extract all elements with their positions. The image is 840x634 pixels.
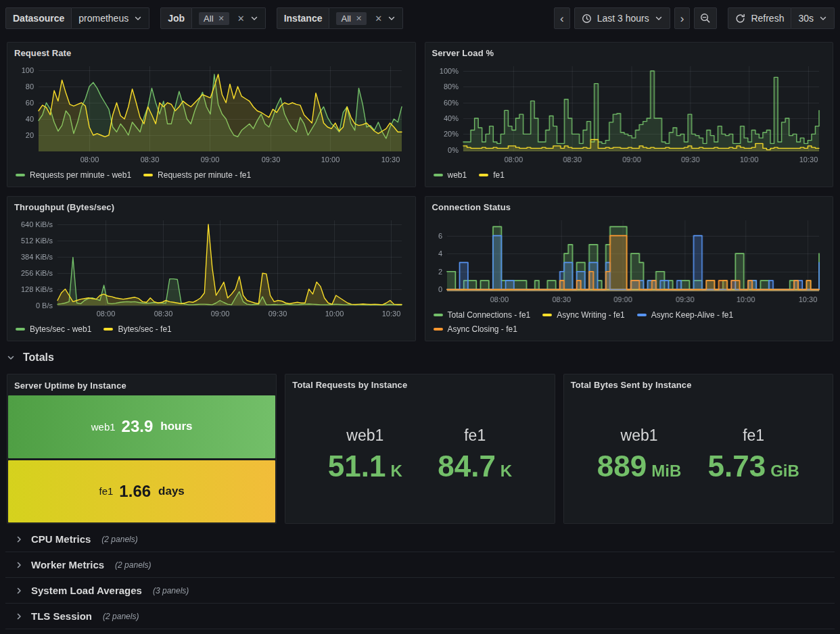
legend-item[interactable]: Total Connections - fe1 <box>434 310 531 320</box>
stat-value-row: 889 MiB <box>597 452 681 481</box>
row-totals-header[interactable]: Totals <box>7 341 833 374</box>
row-worker-metrics[interactable]: Worker Metrics (2 panels) <box>5 552 835 578</box>
series-marker <box>103 328 113 331</box>
row-panel-count: (3 panels) <box>153 586 189 595</box>
series-marker <box>434 174 443 176</box>
row-system-load-averages[interactable]: System Load Averages (3 panels) <box>5 578 835 604</box>
instance-select[interactable]: All ✕ ✕ <box>329 7 403 29</box>
legend-item[interactable]: fe1 <box>479 170 505 180</box>
clear-selection-icon[interactable]: ✕ <box>375 14 382 23</box>
stat-unit: GiB <box>770 462 799 481</box>
gauge-fe1: fe1 1.66 days <box>8 460 275 523</box>
panel-title: Total Requests by Instance <box>292 380 547 390</box>
clock-icon <box>582 14 592 24</box>
row-tls-session[interactable]: TLS Session (2 panels) <box>5 604 835 629</box>
gauge-value: 1.66 <box>119 482 151 501</box>
stat-name: fe1 <box>464 426 486 445</box>
series-marker <box>434 328 443 331</box>
stat-unit: K <box>390 462 402 481</box>
panel-title: Connection Status <box>432 202 826 212</box>
legend-label: Total Connections - fe1 <box>448 310 531 320</box>
row-title: System Load Averages <box>31 585 142 596</box>
gauge-name: fe1 <box>99 485 114 497</box>
chart-row-1: Request Rate Requests per minute - web1 … <box>7 42 833 187</box>
time-range-label: Last 3 hours <box>597 13 649 24</box>
legend-item[interactable]: Async Writing - fe1 <box>542 310 624 320</box>
gauge-unit: hours <box>160 420 192 433</box>
throughput-chart[interactable] <box>14 212 409 322</box>
legend-label: fe1 <box>493 170 505 180</box>
remove-tag-icon[interactable]: ✕ <box>356 15 362 22</box>
stat-body: web1 889 MiB fe1 5.73 GiB <box>571 390 826 518</box>
gauge-name: web1 <box>91 421 116 433</box>
remove-tag-icon[interactable]: ✕ <box>218 15 225 22</box>
request-rate-chart[interactable] <box>14 58 409 168</box>
stat-web1: web1 51.1 K <box>328 426 402 481</box>
legend: Bytes/sec - web1 Bytes/sec - fe1 <box>14 322 409 335</box>
panel-total-requests: Total Requests by Instance web1 51.1 K f… <box>285 374 555 524</box>
legend-item[interactable]: Requests per minute - fe1 <box>143 170 251 180</box>
job-variable: Job All ✕ ✕ <box>160 7 265 29</box>
refresh-button[interactable]: Refresh <box>728 7 791 29</box>
stat-name: web1 <box>621 426 658 445</box>
chevron-right-icon <box>15 535 23 543</box>
datasource-value: prometheus <box>78 13 129 24</box>
time-range-picker[interactable]: Last 3 hours <box>574 7 670 29</box>
job-label: Job <box>160 7 192 29</box>
zoom-out-icon <box>700 13 711 24</box>
datasource-label: Datasource <box>5 7 72 29</box>
row-panel-count: (2 panels) <box>101 535 137 544</box>
instance-selected-tag[interactable]: All ✕ <box>336 12 367 25</box>
legend-item[interactable]: Requests per minute - web1 <box>16 170 131 180</box>
legend-item[interactable]: web1 <box>434 170 467 180</box>
clear-selection-icon[interactable]: ✕ <box>237 14 245 23</box>
server-load-chart[interactable] <box>432 58 826 168</box>
legend-label: Requests per minute - fe1 <box>158 170 251 180</box>
chevron-down-icon <box>134 14 142 22</box>
gauge-unit: days <box>158 485 185 498</box>
job-selected-tag[interactable]: All ✕ <box>199 12 229 25</box>
totals-panels: Server Uptime by Instance web1 23.9 hour… <box>7 374 833 524</box>
chevron-down-icon[interactable] <box>250 14 258 22</box>
series-marker <box>143 174 153 176</box>
stat-fe1: fe1 84.7 K <box>438 426 512 481</box>
legend-label: Requests per minute - web1 <box>30 170 131 180</box>
chevron-right-icon <box>15 587 23 595</box>
chevron-right-icon <box>15 612 23 620</box>
refresh-interval-value: 30s <box>798 13 814 24</box>
legend-item[interactable]: Bytes/sec - fe1 <box>103 324 171 334</box>
connection-status-chart[interactable] <box>432 212 826 308</box>
chevron-right-icon <box>15 561 23 569</box>
chevron-down-icon[interactable] <box>388 14 396 22</box>
time-controls: ‹ Last 3 hours › Refresh 30s <box>554 7 835 29</box>
row-cpu-metrics[interactable]: CPU Metrics (2 panels) <box>5 527 835 552</box>
panel-title: Total Bytes Sent by Instance <box>571 380 826 390</box>
stat-value: 5.73 <box>707 452 766 481</box>
series-marker <box>434 314 443 316</box>
panel-server-load: Server Load % web1 fe1 <box>425 42 834 187</box>
chevron-left-icon: ‹ <box>560 13 564 24</box>
chevron-down-icon <box>7 353 15 362</box>
legend-item[interactable]: Async Closing - fe1 <box>434 324 517 334</box>
datasource-select[interactable]: prometheus <box>72 7 149 29</box>
job-select[interactable]: All ✕ ✕ <box>192 7 266 29</box>
panel-title: Server Load % <box>432 48 826 58</box>
legend-item[interactable]: Bytes/sec - web1 <box>16 324 91 334</box>
legend-label: Async Closing - fe1 <box>448 324 517 334</box>
series-marker <box>542 314 552 316</box>
refresh-interval-select[interactable]: 30s <box>791 7 835 29</box>
stat-unit: MiB <box>651 462 681 481</box>
gauge-web1: web1 23.9 hours <box>8 395 275 458</box>
legend-item[interactable]: Async Keep-Alive - fe1 <box>637 310 733 320</box>
legend: web1 fe1 <box>432 168 826 181</box>
stat-value-row: 84.7 K <box>438 452 512 481</box>
zoom-out-button[interactable] <box>694 7 717 29</box>
stat-fe1: fe1 5.73 GiB <box>707 426 799 481</box>
time-shift-back-button[interactable]: ‹ <box>554 7 570 29</box>
time-shift-forward-button[interactable]: › <box>674 7 691 29</box>
stat-name: web1 <box>346 426 383 445</box>
series-marker <box>16 174 25 176</box>
stat-name: fe1 <box>743 426 764 445</box>
instance-label: Instance <box>277 7 330 29</box>
refresh-icon <box>735 14 745 24</box>
